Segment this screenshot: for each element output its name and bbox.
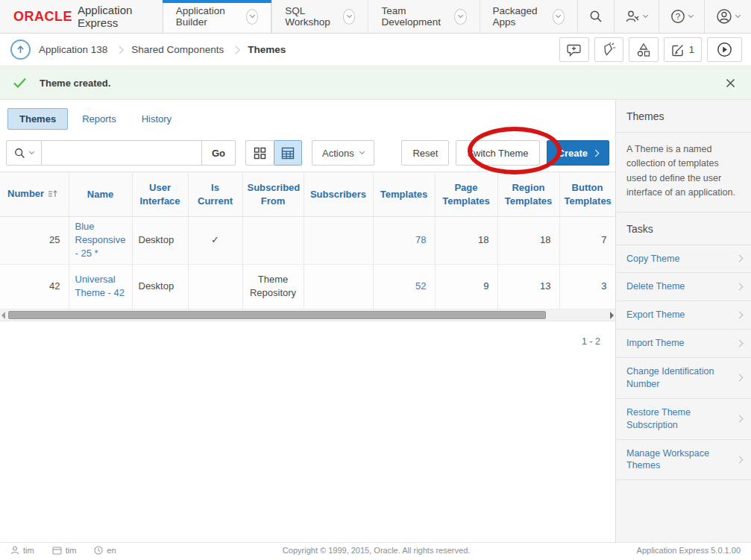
sort-ascending-icon [48, 189, 57, 202]
chevron-right-icon [736, 312, 744, 319]
nav-tab-label: SQL Workshop [285, 5, 336, 28]
task-restore-theme-subscription[interactable]: Restore Theme Subscription [616, 399, 751, 440]
administration-icon[interactable] [614, 0, 659, 33]
column-header-page-templates[interactable]: Page Templates [435, 172, 497, 217]
nav-tab-packaged-apps[interactable]: Packaged Apps [480, 0, 578, 33]
column-header-name[interactable]: Name [69, 172, 132, 217]
cell-region-templates: 18 [497, 217, 559, 265]
breadcrumb-shared-components[interactable]: Shared Components [131, 44, 224, 55]
task-import-theme[interactable]: Import Theme [616, 330, 751, 358]
column-header-templates[interactable]: Templates [373, 172, 435, 217]
column-header-region-templates[interactable]: Region Templates [497, 172, 559, 217]
search-input[interactable] [42, 140, 202, 166]
table-row: 25 Blue Responsive - 25 * Desktop ✓ 78 1… [0, 217, 615, 265]
nav-tab-team-development[interactable]: Team Development [368, 0, 479, 33]
search-bar: Go [6, 140, 236, 166]
user-account-icon[interactable] [704, 0, 751, 33]
header-icons: ? [577, 0, 751, 33]
cell-is-current [188, 264, 242, 309]
cell-region-templates: 13 [497, 264, 559, 309]
app-logo: ORACLE Application Express [0, 0, 163, 33]
tasks-list: Copy Theme Delete Theme Export Theme Imp… [616, 245, 751, 481]
column-header-number[interactable]: Number [0, 172, 69, 217]
main-nav: Application Builder SQL Workshop Team De… [163, 0, 577, 33]
oracle-logo: ORACLE [13, 9, 72, 25]
cell-page-templates: 18 [435, 217, 497, 265]
templates-link[interactable]: 78 [415, 234, 426, 245]
scrollbar-thumb[interactable] [8, 311, 546, 319]
horizontal-scrollbar[interactable] [0, 309, 615, 321]
task-delete-theme[interactable]: Delete Theme [616, 273, 751, 301]
chevron-down-icon[interactable] [246, 9, 258, 25]
search-icon[interactable] [577, 0, 614, 33]
icon-view-icon[interactable] [245, 140, 274, 166]
column-header-is-current[interactable]: Is Current [188, 172, 242, 217]
edit-page-button[interactable]: 1 [664, 37, 702, 62]
cell-subscribed-from [242, 217, 304, 265]
tab-reports[interactable]: Reports [71, 109, 128, 129]
workspace-icon [52, 547, 62, 555]
report-view-icon[interactable] [274, 140, 302, 166]
footer-user: tim [10, 546, 34, 555]
pagination-label: 1 - 2 [0, 336, 600, 347]
cell-subscribers [304, 264, 373, 309]
cell-page-templates: 9 [435, 264, 497, 309]
switch-theme-button[interactable]: Switch Theme [456, 140, 539, 166]
chevron-right-icon [736, 415, 744, 423]
templates-link[interactable]: 52 [415, 280, 426, 292]
column-header-subscribed-from[interactable]: Subscribed From [242, 172, 304, 217]
column-header-subscribers[interactable]: Subscribers [304, 172, 373, 217]
sidebar-title: Themes [616, 100, 751, 133]
success-message-text: Theme created. [40, 78, 110, 89]
cell-user-interface: Desktop [132, 217, 188, 265]
nav-tab-label: Application Builder [176, 5, 239, 28]
user-icon [10, 546, 19, 555]
actions-label: Actions [322, 148, 354, 159]
chevron-down-icon [359, 149, 365, 154]
actions-menu-button[interactable]: Actions [312, 140, 374, 166]
sidebar-description: A Theme is a named collection of templat… [616, 133, 751, 213]
chevron-down-icon[interactable] [454, 9, 466, 25]
create-button[interactable]: Create [547, 140, 609, 166]
nav-tab-sql-workshop[interactable]: SQL Workshop [271, 0, 368, 33]
shared-components-button[interactable] [629, 37, 659, 62]
close-icon[interactable] [723, 75, 738, 91]
task-copy-theme[interactable]: Copy Theme [616, 245, 751, 274]
tab-themes[interactable]: Themes [7, 108, 68, 130]
help-icon[interactable]: ? [659, 0, 704, 33]
go-button[interactable]: Go [202, 140, 236, 166]
theme-link[interactable]: Universal Theme - 42 [75, 274, 125, 298]
toolbar-right-buttons: Reset Switch Theme Create [401, 140, 609, 166]
scroll-right-icon[interactable] [610, 312, 614, 319]
content-area: Themes Reports History Go [0, 100, 751, 542]
theme-link[interactable]: Blue Responsive - 25 * [75, 221, 126, 259]
tasks-title: Tasks [616, 213, 751, 245]
chevron-down-icon[interactable] [553, 9, 565, 25]
chevron-right-icon [736, 456, 744, 463]
reset-button[interactable]: Reset [401, 140, 449, 166]
column-header-button-templates[interactable]: Button Templates [559, 172, 615, 217]
cell-button-templates: 3 [559, 264, 615, 309]
breadcrumb-separator-icon [231, 45, 239, 54]
up-level-icon[interactable] [10, 40, 31, 60]
column-header-user-interface[interactable]: User Interface [132, 172, 188, 217]
cell-templates: 78 [373, 217, 435, 265]
footer-version: Application Express 5.0.1.00 [637, 546, 741, 555]
run-application-button[interactable] [707, 37, 742, 62]
cell-templates: 52 [373, 264, 435, 309]
task-manage-workspace-themes[interactable]: Manage Workspace Themes [616, 440, 751, 481]
spotlight-search-button[interactable] [594, 37, 623, 62]
scroll-left-icon[interactable] [1, 312, 5, 319]
chevron-down-icon[interactable] [343, 9, 355, 25]
cell-button-templates: 7 [559, 217, 615, 265]
feedback-button[interactable] [559, 37, 589, 62]
create-label: Create [558, 148, 588, 159]
task-export-theme[interactable]: Export Theme [616, 301, 751, 330]
search-column-selector[interactable] [6, 140, 42, 166]
breadcrumb-application[interactable]: Application 138 [39, 44, 107, 55]
task-change-identification-number[interactable]: Change Identification Number [616, 358, 751, 399]
nav-tab-application-builder[interactable]: Application Builder [163, 0, 272, 33]
page-footer: tim tim en Copyright © 1999, 2015, Oracl… [0, 542, 751, 560]
tab-history[interactable]: History [131, 109, 183, 129]
table-row: 42 Universal Theme - 42 Desktop Theme Re… [0, 264, 615, 309]
